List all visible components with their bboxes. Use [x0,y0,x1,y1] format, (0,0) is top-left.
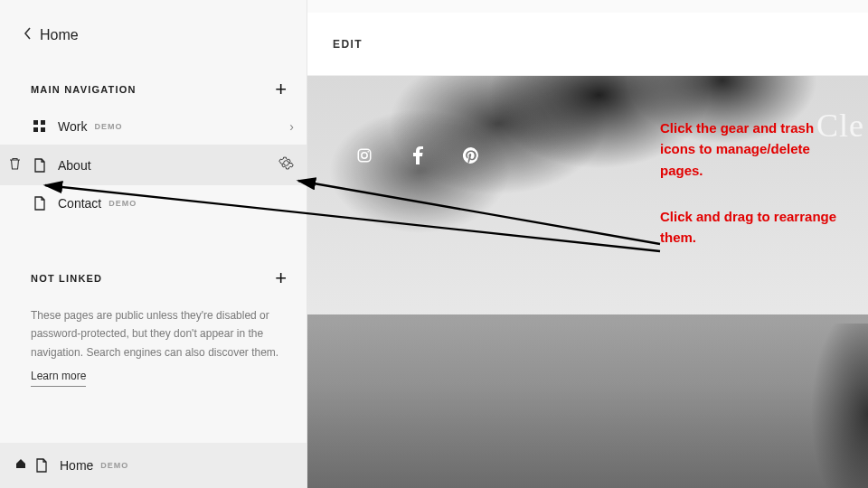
site-brand-fragment: Cle [816,107,868,145]
page-icon [31,158,49,173]
nav-item-label: About [58,158,91,173]
not-linked-section-header: NOT LINKED + [0,221,307,297]
demo-badge: DEMO [108,199,137,208]
breadcrumb-label: Home [40,27,79,43]
not-linked-item-home[interactable]: Home DEMO [0,443,307,488]
pinterest-icon[interactable] [463,147,479,167]
chevron-right-icon: › [289,119,294,134]
svg-point-6 [367,151,369,153]
svg-rect-0 [33,120,38,125]
page-icon [33,458,51,473]
nav-item-about[interactable]: About [0,145,307,185]
pages-sidebar: Home MAIN NAVIGATION + Work DEMO › About… [0,0,307,488]
main-nav-title: MAIN NAVIGATION [31,84,137,95]
svg-rect-2 [33,127,38,132]
preview-toolbar: EDIT [307,13,868,76]
demo-badge: DEMO [94,122,122,131]
grid-icon [31,119,49,134]
site-preview: EDIT Cle [307,0,868,488]
instagram-icon[interactable] [356,147,373,167]
nav-item-label: Work [58,119,87,134]
learn-more-link[interactable]: Learn more [31,367,86,386]
edit-button[interactable]: EDIT [333,38,363,51]
svg-rect-3 [41,127,45,132]
nav-item-label: Contact [58,196,101,211]
not-linked-title: NOT LINKED [31,273,102,284]
add-page-main-nav[interactable]: + [275,80,287,99]
breadcrumb-back[interactable]: Home [0,0,307,63]
main-nav-section-header: MAIN NAVIGATION + [0,63,307,108]
gear-icon[interactable] [278,155,294,174]
chevron-left-icon [24,27,33,43]
page-icon [31,196,49,211]
not-linked-help-text: These pages are public unless they're di… [31,309,278,359]
demo-badge: DEMO [100,461,128,470]
add-page-not-linked[interactable]: + [275,268,287,288]
nav-item-contact[interactable]: Contact DEMO [0,185,307,221]
not-linked-help: These pages are public unless they're di… [0,297,307,387]
facebook-icon[interactable] [412,146,423,168]
trash-icon[interactable] [9,157,21,174]
svg-point-5 [362,153,367,158]
nav-item-work[interactable]: Work DEMO › [0,108,307,145]
home-icon [14,457,27,474]
svg-rect-1 [41,120,45,125]
preview-hero[interactable]: Cle [307,76,868,488]
nav-item-label: Home [60,458,93,473]
